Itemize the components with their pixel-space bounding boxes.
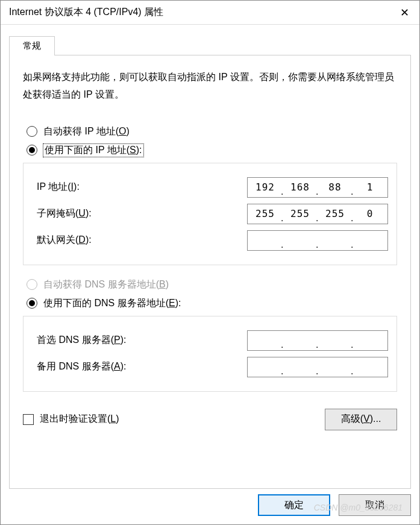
subnet-mask-row: 子网掩码(U): 255 255 255 0 [37, 203, 388, 225]
ip-octet-3[interactable]: 88 [318, 181, 353, 193]
gateway-input[interactable] [247, 230, 388, 251]
dns-fields-block: 首选 DNS 服务器(P): 备用 DNS 服务器(A): [23, 316, 397, 392]
radio-manual-dns[interactable]: 使用下面的 DNS 服务器地址(E): [27, 297, 397, 310]
tab-general-label: 常规 [23, 40, 41, 51]
preferred-dns-input[interactable] [247, 330, 388, 351]
radio-icon [27, 145, 37, 156]
dialog-window: Internet 协议版本 4 (TCP/IPv4) 属性 ✕ 常规 如果网络支… [0, 0, 420, 525]
preferred-dns-label: 首选 DNS 服务器(P): [37, 334, 126, 347]
subnet-mask-label: 子网掩码(U): [37, 207, 92, 220]
validate-checkbox-label: 退出时验证设置(L) [40, 413, 119, 426]
ip-address-row: IP 地址(I): 192 168 88 1 [37, 177, 388, 198]
radio-icon [27, 279, 37, 290]
radio-auto-dns-label: 自动获得 DNS 服务器地址(B) [43, 278, 169, 291]
alternate-dns-input[interactable] [247, 357, 388, 377]
ip-octet-2[interactable]: 168 [283, 181, 318, 193]
radio-manual-ip-label: 使用下面的 IP 地址(S): [43, 144, 143, 157]
mask-octet-3[interactable]: 255 [318, 208, 353, 219]
ok-button-label: 确定 [284, 499, 304, 512]
titlebar: Internet 协议版本 4 (TCP/IPv4) 属性 ✕ [1, 1, 419, 25]
validate-checkbox[interactable]: 退出时验证设置(L) [23, 413, 119, 426]
subnet-mask-input[interactable]: 255 255 255 0 [247, 204, 388, 224]
tab-panel-general: 如果网络支持此功能，则可以获取自动指派的 IP 设置。否则，你需要从网络系统管理… [9, 55, 411, 489]
ip-group: 自动获得 IP 地址(O) 使用下面的 IP 地址(S): IP 地址(I): … [23, 125, 397, 265]
radio-auto-dns: 自动获得 DNS 服务器地址(B) [27, 278, 397, 291]
advanced-button[interactable]: 高级(V)... [325, 409, 397, 430]
description-text: 如果网络支持此功能，则可以获取自动指派的 IP 设置。否则，你需要从网络系统管理… [23, 69, 397, 104]
radio-icon [27, 298, 37, 309]
close-icon: ✕ [400, 6, 409, 19]
radio-auto-ip[interactable]: 自动获得 IP 地址(O) [27, 125, 397, 138]
dialog-footer: 确定 取消 [258, 494, 411, 516]
advanced-button-label: 高级(V)... [341, 413, 381, 426]
mask-octet-1[interactable]: 255 [248, 208, 283, 219]
alternate-dns-label: 备用 DNS 服务器(A): [37, 360, 126, 373]
radio-icon [27, 126, 37, 137]
ip-address-label: IP 地址(I): [37, 181, 80, 193]
radio-auto-ip-label: 自动获得 IP 地址(O) [43, 125, 130, 138]
ip-address-input[interactable]: 192 168 88 1 [247, 177, 388, 198]
gateway-label: 默认网关(D): [37, 234, 92, 247]
cancel-button-label: 取消 [365, 499, 384, 512]
cancel-button[interactable]: 取消 [339, 494, 411, 516]
preferred-dns-row: 首选 DNS 服务器(P): [37, 330, 388, 351]
bottom-row: 退出时验证设置(L) 高级(V)... [23, 409, 397, 430]
checkbox-icon [23, 414, 34, 425]
window-title: Internet 协议版本 4 (TCP/IPv4) 属性 [9, 6, 163, 19]
mask-octet-4[interactable]: 0 [353, 208, 387, 219]
close-button[interactable]: ✕ [389, 1, 419, 25]
content-area: 常规 如果网络支持此功能，则可以获取自动指派的 IP 设置。否则，你需要从网络系… [1, 25, 419, 489]
mask-octet-2[interactable]: 255 [283, 208, 318, 219]
ok-button[interactable]: 确定 [258, 494, 330, 516]
gateway-row: 默认网关(D): [37, 230, 388, 251]
ip-fields-block: IP 地址(I): 192 168 88 1 子网掩码(U): 255 255 [23, 163, 397, 265]
dns-group: 自动获得 DNS 服务器地址(B) 使用下面的 DNS 服务器地址(E): 首选… [23, 278, 397, 392]
tab-general[interactable]: 常规 [9, 36, 55, 55]
radio-manual-ip[interactable]: 使用下面的 IP 地址(S): [27, 144, 397, 157]
alternate-dns-row: 备用 DNS 服务器(A): [37, 356, 388, 378]
radio-manual-dns-label: 使用下面的 DNS 服务器地址(E): [43, 297, 181, 310]
ip-octet-4[interactable]: 1 [353, 181, 387, 193]
ip-octet-1[interactable]: 192 [248, 181, 283, 193]
tab-strip: 常规 [9, 36, 411, 55]
